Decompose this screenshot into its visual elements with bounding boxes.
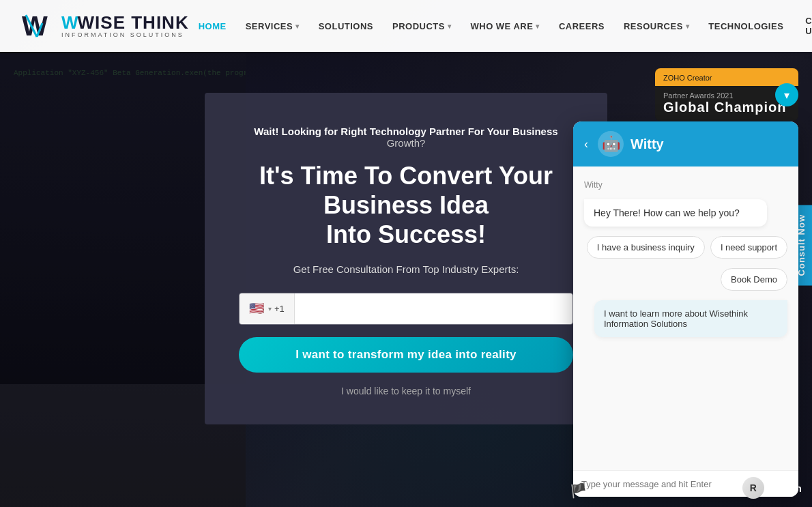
chatbot-back-button[interactable]: ‹ [584, 137, 588, 151]
language-flag-icon: 🏴 [570, 482, 587, 499]
nav-who-we-are[interactable]: WHO WE ARE ▾ [461, 0, 549, 52]
zoho-badge-header: ZOHO Creator [655, 68, 798, 86]
nav-technologies[interactable]: TECHNOLOGIES [699, 0, 793, 52]
navbar: W WWISE THINK INFORMATION SOLUTIONS HOME… [0, 0, 812, 52]
country-code-selector[interactable]: 🇺🇸 ▾ +1 [240, 293, 295, 324]
country-code: +1 [274, 304, 285, 314]
zoho-champion-text: Global Champion [663, 100, 790, 115]
nav-solutions[interactable]: SOLUTIONS [309, 0, 383, 52]
revain-badge[interactable]: R Revain [742, 477, 802, 499]
nav-who-we-are-chevron: ▾ [536, 23, 540, 30]
flag-chevron-icon: ▾ [268, 305, 272, 313]
chat-quick-replies-row2: Book Demo [584, 268, 787, 291]
chatbot-robot-icon: 🤖 [602, 135, 620, 153]
logo-brand-name: WWISE THINK [61, 14, 189, 31]
chat-greeting-bubble: Hey There! How can we help you? [584, 199, 767, 227]
nav-home[interactable]: HOME [189, 0, 236, 52]
chatbot-header: ‹ 🤖 Witty [573, 121, 798, 166]
nav-links: HOME SERVICES ▾ SOLUTIONS PRODUCTS ▾ WHO… [189, 0, 812, 52]
modal-cta-button[interactable]: I want to transform my idea into reality [239, 337, 573, 373]
chatbot-name: Witty [630, 136, 664, 152]
phone-input-row: 🇺🇸 ▾ +1 [239, 293, 573, 325]
nav-resources[interactable]: RESOURCES ▾ [614, 0, 699, 52]
quick-reply-business-inquiry[interactable]: I have a business inquiry [587, 236, 705, 259]
nav-services[interactable]: SERVICES ▾ [236, 0, 309, 52]
chatbot-avatar: 🤖 [598, 131, 624, 157]
chatbot-body: Witty Hey There! How can we help you? I … [573, 166, 798, 470]
chatbot-widget: ‹ 🤖 Witty Witty Hey There! How can we he… [573, 121, 798, 497]
modal-subtitle: Wait! Looking for Right Technology Partn… [239, 126, 573, 149]
modal-box: Wait! Looking for Right Technology Partn… [205, 93, 607, 424]
language-label: English [592, 485, 624, 496]
logo-icon: W [20, 8, 56, 44]
modal-description: Get Free Consultation From Top Industry … [239, 263, 573, 275]
logo-text: WWISE THINK INFORMATION SOLUTIONS [61, 14, 189, 38]
zoho-partner-text: Partner Awards 2021 [663, 91, 790, 100]
logo[interactable]: W WWISE THINK INFORMATION SOLUTIONS [20, 8, 189, 44]
zoho-chevron-icon: ▾ [784, 89, 789, 102]
flag-icon: 🇺🇸 [249, 301, 264, 316]
revain-label: Revain [768, 482, 802, 494]
quick-reply-support[interactable]: I need support [710, 236, 787, 259]
chat-sender-label: Witty [584, 180, 787, 190]
zoho-expand-button[interactable]: ▾ [775, 83, 798, 106]
quick-reply-book-demo[interactable]: Book Demo [721, 268, 787, 291]
logo-tagline: INFORMATION SOLUTIONS [61, 31, 189, 38]
chat-quick-replies: I have a business inquiry I need support [584, 236, 787, 259]
nav-products-chevron: ▾ [448, 23, 452, 30]
chat-user-message: I want to learn more about Wisethink Inf… [594, 300, 787, 337]
nav-services-chevron: ▾ [295, 23, 300, 30]
nav-contact-us[interactable]: CONTACT US → [793, 0, 812, 52]
nav-careers[interactable]: CAREERS [549, 0, 614, 52]
zoho-creator-label: ZOHO Creator [663, 74, 790, 82]
modal-title: It's Time To Convert Your Business Idea … [239, 161, 573, 250]
modal-dismiss-link[interactable]: I would like to keep it to myself [341, 386, 471, 396]
nav-resources-chevron: ▾ [686, 23, 690, 30]
language-selector[interactable]: 🏴 English [570, 482, 624, 499]
phone-number-input[interactable] [295, 293, 572, 324]
nav-products[interactable]: PRODUCTS ▾ [383, 0, 461, 52]
revain-icon: R [742, 477, 764, 499]
